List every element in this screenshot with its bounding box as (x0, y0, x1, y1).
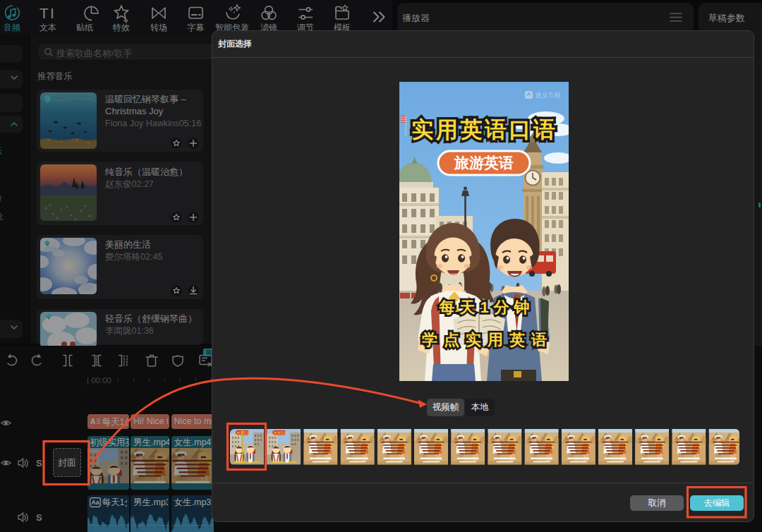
svg-text:旅游英语: 旅游英语 (237, 430, 250, 435)
svg-text:通义万相: 通义万相 (535, 92, 560, 99)
svg-text:旅游英语: 旅游英语 (274, 430, 287, 435)
svg-text:学点实用英语: 学点实用英语 (422, 331, 553, 349)
svg-text:旅游英语: 旅游英语 (454, 155, 514, 171)
svg-text:实用英语口语: 实用英语口语 (412, 117, 558, 142)
svg-text:每天1分钟: 每天1分钟 (438, 298, 534, 316)
